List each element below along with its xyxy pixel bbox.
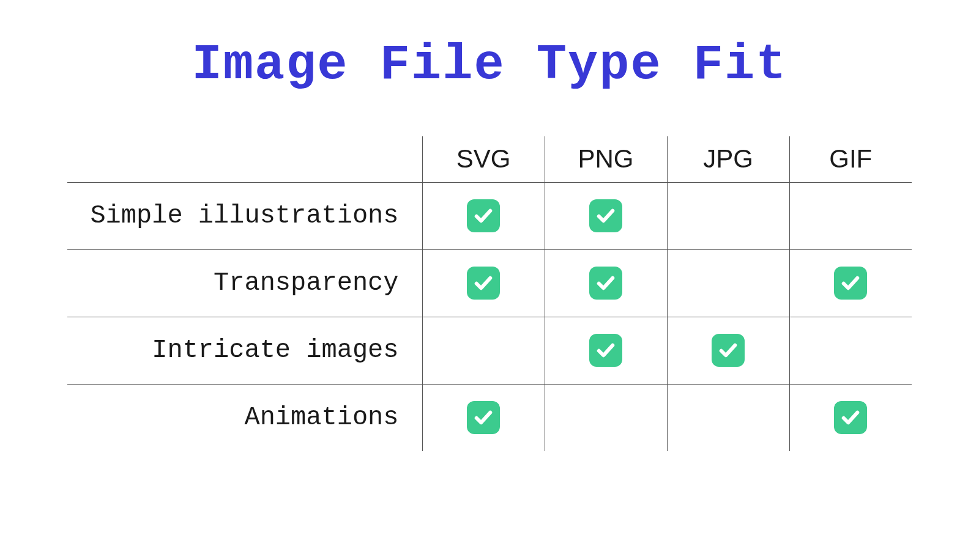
check-icon <box>834 401 867 434</box>
table-cell <box>422 384 545 451</box>
table-cell <box>545 249 667 317</box>
table-cell <box>667 249 789 317</box>
row-label: Simple illustrations <box>67 182 422 249</box>
column-header: JPG <box>667 136 789 182</box>
table-row: Transparency <box>67 249 912 317</box>
check-icon <box>834 267 867 300</box>
comparison-table: SVG PNG JPG GIF Simple illustrationsTran… <box>67 136 912 451</box>
column-header: PNG <box>545 136 667 182</box>
table-cell <box>667 317 789 384</box>
table-cell <box>667 384 789 451</box>
table-cell <box>422 317 545 384</box>
check-icon <box>589 199 622 232</box>
table-cell <box>789 384 912 451</box>
check-icon <box>712 334 745 367</box>
check-icon <box>589 267 622 300</box>
check-icon <box>589 334 622 367</box>
check-icon <box>467 199 500 232</box>
column-header: SVG <box>422 136 545 182</box>
row-label: Intricate images <box>67 317 422 384</box>
table-cell <box>789 182 912 249</box>
table-cell <box>667 182 789 249</box>
table-row: Animations <box>67 384 912 451</box>
table-cell <box>789 249 912 317</box>
page-title: Image File Type Fit <box>192 37 787 94</box>
check-icon <box>467 267 500 300</box>
table-cell <box>545 317 667 384</box>
table-row: Simple illustrations <box>67 182 912 249</box>
table-header-row: SVG PNG JPG GIF <box>67 136 912 182</box>
column-header: GIF <box>789 136 912 182</box>
table-cell <box>422 182 545 249</box>
table-cell <box>789 317 912 384</box>
table-row: Intricate images <box>67 317 912 384</box>
check-icon <box>467 401 500 434</box>
table-cell <box>422 249 545 317</box>
table-body: Simple illustrationsTransparencyIntricat… <box>67 182 912 451</box>
table-cell <box>545 384 667 451</box>
table-cell <box>545 182 667 249</box>
header-empty <box>67 136 422 182</box>
row-label: Transparency <box>67 249 422 317</box>
row-label: Animations <box>67 384 422 451</box>
